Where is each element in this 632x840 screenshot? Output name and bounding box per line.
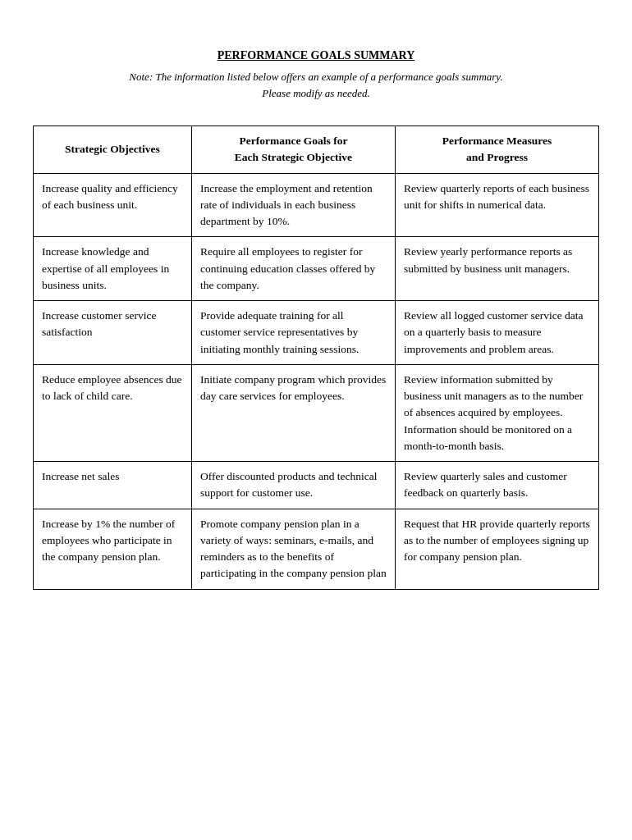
col-header-objectives: Strategic Objectives (34, 126, 192, 174)
table-row: Reduce employee absences due to lack of … (34, 364, 599, 461)
page-title: PERFORMANCE GOALS SUMMARY (33, 49, 599, 62)
table-row: Increase quality and efficiency of each … (34, 173, 599, 237)
cell-goals: Provide adequate training for all custom… (191, 301, 395, 365)
cell-objective: Increase net sales (34, 462, 192, 509)
cell-objective: Increase knowledge and expertise of all … (34, 237, 192, 301)
subtitle-line2: Please modify as needed. (262, 87, 369, 99)
subtitle: Note: The information listed below offer… (33, 69, 599, 101)
table-row: Increase net salesOffer discounted produ… (34, 462, 599, 509)
cell-objective: Reduce employee absences due to lack of … (34, 364, 192, 461)
cell-measures: Review quarterly sales and customer feed… (395, 462, 598, 509)
performance-table: Strategic Objectives Performance Goals f… (33, 126, 599, 590)
cell-measures: Request that HR provide quarterly report… (395, 509, 598, 589)
cell-measures: Review quarterly reports of each busines… (395, 173, 598, 237)
table-header-row: Strategic Objectives Performance Goals f… (34, 126, 599, 174)
table-row: Increase customer service satisfactionPr… (34, 301, 599, 365)
cell-measures: Review information submitted by business… (395, 364, 598, 461)
cell-measures: Review all logged customer service data … (395, 301, 598, 365)
cell-objective: Increase quality and efficiency of each … (34, 173, 192, 237)
cell-goals: Require all employees to register for co… (191, 237, 395, 301)
header-section: PERFORMANCE GOALS SUMMARY Note: The info… (33, 49, 599, 101)
table-row: Increase knowledge and expertise of all … (34, 237, 599, 301)
cell-goals: Initiate company program which provides … (191, 364, 395, 461)
cell-objective: Increase by 1% the number of employees w… (34, 509, 192, 589)
cell-goals: Offer discounted products and technical … (191, 462, 395, 509)
col-header-measures: Performance Measures and Progress (395, 126, 598, 174)
cell-goals: Increase the employment and retention ra… (191, 173, 395, 237)
cell-objective: Increase customer service satisfaction (34, 301, 192, 365)
table-row: Increase by 1% the number of employees w… (34, 509, 599, 589)
subtitle-line1: Note: The information listed below offer… (129, 71, 502, 83)
cell-goals: Promote company pension plan in a variet… (191, 509, 395, 589)
col-header-goals: Performance Goals for Each Strategic Obj… (191, 126, 395, 174)
cell-measures: Review yearly performance reports as sub… (395, 237, 598, 301)
